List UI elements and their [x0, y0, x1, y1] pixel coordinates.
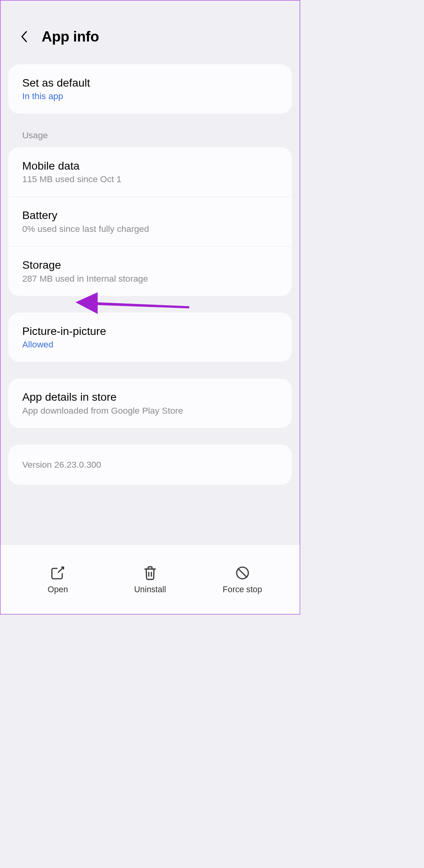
- force-stop-button[interactable]: Force stop: [203, 565, 281, 594]
- page-header: App info: [0, 0, 299, 64]
- mobile-data-title: Mobile data: [22, 159, 278, 172]
- chevron-left-icon: [20, 31, 27, 43]
- store-card: App details in store App downloaded from…: [8, 378, 292, 428]
- store-row[interactable]: App details in store App downloaded from…: [8, 378, 292, 428]
- pip-sub: Allowed: [22, 340, 278, 350]
- mobile-data-row[interactable]: Mobile data 115 MB used since Oct 1: [8, 147, 292, 197]
- trash-icon: [142, 565, 158, 581]
- open-button[interactable]: Open: [19, 565, 96, 594]
- pip-card: Picture-in-picture Allowed: [8, 313, 292, 362]
- bottom-action-bar: Open Uninstall Force stop: [0, 545, 299, 614]
- storage-title: Storage: [22, 259, 278, 271]
- set-default-sub: In this app: [22, 91, 278, 101]
- uninstall-button[interactable]: Uninstall: [111, 565, 189, 594]
- battery-row[interactable]: Battery 0% used since last fully charged: [8, 197, 292, 246]
- set-default-title: Set as default: [22, 76, 278, 89]
- version-text: Version 26.23.0.300: [22, 459, 278, 470]
- open-icon: [50, 565, 66, 581]
- battery-sub: 0% used since last fully charged: [22, 224, 278, 234]
- set-default-row[interactable]: Set as default In this app: [8, 64, 292, 114]
- usage-section-header: Usage: [0, 130, 299, 147]
- store-title: App details in store: [22, 391, 278, 403]
- version-card: Version 26.23.0.300: [8, 445, 292, 485]
- storage-row[interactable]: Storage 287 MB used in Internal storage: [8, 246, 292, 296]
- store-sub: App downloaded from Google Play Store: [22, 405, 278, 416]
- battery-title: Battery: [22, 209, 278, 222]
- storage-sub: 287 MB used in Internal storage: [22, 273, 278, 284]
- pip-row[interactable]: Picture-in-picture Allowed: [8, 313, 292, 362]
- force-stop-label: Force stop: [223, 584, 262, 594]
- uninstall-label: Uninstall: [134, 584, 166, 594]
- svg-line-3: [238, 569, 246, 577]
- open-label: Open: [48, 584, 68, 594]
- page-title: App info: [42, 28, 99, 45]
- back-button[interactable]: [17, 30, 31, 43]
- stop-icon: [235, 565, 250, 581]
- usage-card: Mobile data 115 MB used since Oct 1 Batt…: [8, 147, 292, 296]
- mobile-data-sub: 115 MB used since Oct 1: [22, 174, 278, 184]
- set-default-card: Set as default In this app: [8, 64, 292, 114]
- pip-title: Picture-in-picture: [22, 325, 278, 337]
